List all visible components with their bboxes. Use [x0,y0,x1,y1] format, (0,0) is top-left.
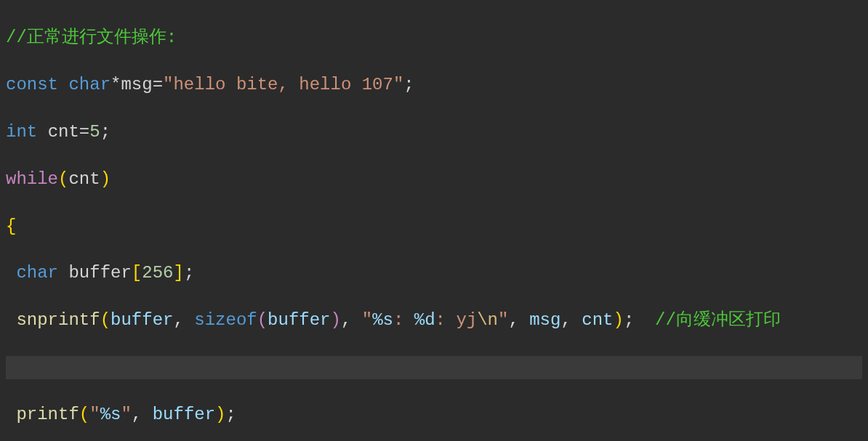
var-buffer: buffer [68,263,131,283]
kw-int: int [6,122,37,142]
number: 256 [142,263,173,283]
format-spec: %d [414,310,435,330]
code-line-5: { [6,215,862,238]
brace-open: { [6,217,16,236]
escape-char: \n [477,310,498,330]
param-msg: msg [529,310,560,330]
comment: //正常进行文件操作: [6,28,177,47]
format-spec: %s [100,405,121,424]
number: 5 [89,122,100,142]
kw-const: const [6,75,58,94]
param-buffer: buffer [153,405,215,424]
string-literal: "hello bite, hello 107" [163,75,403,94]
format-spec: %s [372,310,393,330]
code-line-1: //正常进行文件操作: [6,26,862,49]
param-cnt: cnt [582,310,613,330]
code-line-3: int cnt=5; [6,121,862,144]
code-line-2: const char*msg="hello bite, hello 107"; [6,73,862,97]
code-editor: //正常进行文件操作: const char*msg="hello bite, … [0,0,868,441]
kw-sizeof: sizeof [194,310,257,330]
func-snprintf: snprintf [16,310,100,330]
code-line-9: printf("%s", buffer); [6,403,862,426]
var-msg: msg [121,75,152,94]
code-line-4: while(cnt) [6,168,862,191]
param-buffer: buffer [110,310,173,330]
kw-char: char [68,75,110,94]
code-line-8-highlight [6,356,862,379]
var-cnt: cnt [48,122,79,142]
comment: //向缓冲区打印 [655,310,781,330]
kw-while: while [6,169,58,189]
code-line-7: snprintf(buffer, sizeof(buffer), "%s: %d… [6,309,862,332]
func-printf: printf [16,405,79,424]
kw-char: char [16,263,58,283]
code-line-6: char buffer[256]; [6,262,862,285]
var-cnt: cnt [68,169,100,189]
